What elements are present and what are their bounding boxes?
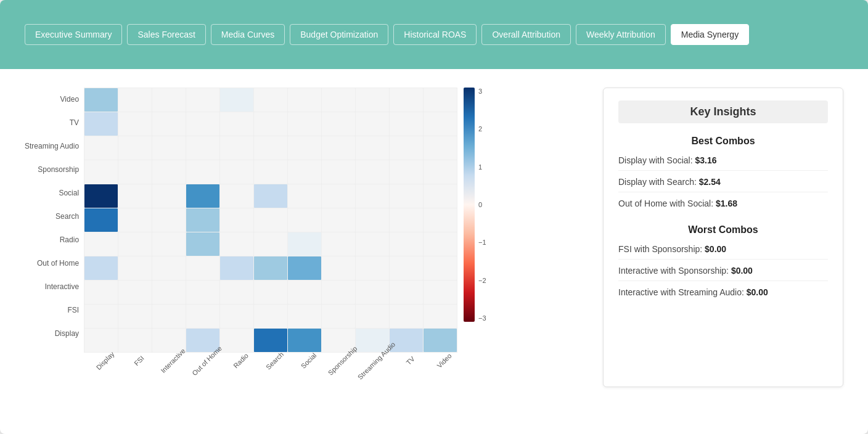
cell-sea-video <box>424 208 457 232</box>
cell-sp-fsi <box>118 160 152 184</box>
cell-sa-fsi <box>118 136 152 160</box>
tab-weekly-attribution[interactable]: Weekly Attribution <box>576 24 666 45</box>
scale-label-1: 1 <box>478 163 486 171</box>
cell-rad-search <box>254 232 287 256</box>
cell-ooh-display <box>84 256 118 280</box>
best-combo-2-value: $2.54 <box>699 177 721 187</box>
cell-int-sponsorship <box>322 280 355 304</box>
worst-combo-1: FSI with Sponsorship: $0.00 <box>618 244 828 260</box>
best-combo-3: Out of Home with Social: $1.68 <box>618 199 828 213</box>
y-label-tv: TV <box>25 111 79 134</box>
cell-int-outofhome <box>186 280 219 304</box>
tab-historical-roas[interactable]: Historical ROAS <box>393 24 477 45</box>
cell-ooh-streaming-audio <box>356 256 389 280</box>
cell-ooh-fsi <box>118 256 152 280</box>
cell-rad-outofhome <box>186 232 219 256</box>
cell-sa-display <box>84 136 118 160</box>
x-axis: Display FSI Interactive Out of Home Radi… <box>84 353 457 387</box>
y-label-search: Search <box>25 205 79 228</box>
cell-sea-social <box>288 208 321 232</box>
cell-rad-fsi <box>118 232 152 256</box>
cell-soc-tv <box>390 184 423 208</box>
tab-overall-attribution[interactable]: Overall Attribution <box>481 24 571 45</box>
cell-tv-social <box>288 112 321 136</box>
tab-sales-forecast[interactable]: Sales Forecast <box>127 24 205 45</box>
cell-soc-sponsorship <box>322 184 355 208</box>
cell-sa-social <box>288 136 321 160</box>
tab-executive-summary[interactable]: Executive Summary <box>25 24 122 45</box>
cell-sea-interactive <box>152 208 186 232</box>
cell-soc-streaming-audio <box>356 184 389 208</box>
cell-rad-tv <box>390 232 423 256</box>
worst-combos-section: Worst Combos FSI with Sponsorship: $0.00… <box>618 224 828 302</box>
cell-sa-radio <box>220 136 253 160</box>
cell-fsi-tv <box>390 305 423 328</box>
cell-rad-display <box>84 232 118 256</box>
y-label-social: Social <box>25 181 79 205</box>
cell-video-sponsorship <box>322 88 355 112</box>
cell-sea-radio <box>220 208 253 232</box>
cell-fsi-video <box>424 305 457 328</box>
y-label-sponsorship: Sponsorship <box>25 158 79 181</box>
cell-ooh-search <box>254 256 287 280</box>
cell-sea-tv <box>390 208 423 232</box>
cell-sp-streaming-audio <box>356 160 389 184</box>
scale-label-neg1: −1 <box>478 239 486 246</box>
cell-tv-radio <box>220 112 253 136</box>
cell-fsi-search <box>254 305 287 328</box>
cell-video-search <box>254 88 287 112</box>
tab-budget-optimization[interactable]: Budget Optimization <box>290 24 388 45</box>
cell-sa-interactive <box>152 136 186 160</box>
y-label-streaming-audio: Streaming Audio <box>25 134 79 158</box>
cell-ooh-outofhome <box>186 256 219 280</box>
worst-combo-1-value: $0.00 <box>705 244 726 254</box>
insights-title: Key Insights <box>618 100 828 123</box>
y-label-fsi: FSI <box>25 298 79 322</box>
cell-sea-search <box>254 208 287 232</box>
y-label-out-of-home: Out of Home <box>25 252 79 275</box>
tab-media-curves[interactable]: Media Curves <box>211 24 285 45</box>
worst-combos-title: Worst Combos <box>618 224 828 235</box>
worst-combo-3: Interactive with Streaming Audio: $0.00 <box>618 287 828 302</box>
cell-fsi-radio <box>220 305 253 328</box>
cell-video-interactive <box>152 88 186 112</box>
cell-int-social <box>288 280 321 304</box>
cell-video-radio <box>220 88 253 112</box>
cell-tv-sponsorship <box>322 112 355 136</box>
scale-label-3: 3 <box>478 88 486 95</box>
cell-soc-radio <box>220 184 253 208</box>
cell-tv-tv <box>390 112 423 136</box>
cell-sp-display <box>84 160 118 184</box>
worst-combo-3-value: $0.00 <box>747 287 768 297</box>
cell-soc-outofhome <box>186 184 219 208</box>
scale-labels: 3 2 1 0 −1 −2 −3 <box>478 88 486 322</box>
cell-int-fsi <box>118 280 152 304</box>
y-label-radio: Radio <box>25 228 79 252</box>
cell-sp-radio <box>220 160 253 184</box>
cell-int-streaming-audio <box>356 280 389 304</box>
y-label-interactive: Interactive <box>25 275 79 298</box>
cell-sp-social <box>288 160 321 184</box>
cell-ooh-radio <box>220 256 253 280</box>
cell-int-radio <box>220 280 253 304</box>
best-combos-section: Best Combos Display with Social: $3.16 D… <box>618 136 828 213</box>
cell-sa-streaming-audio <box>356 136 389 160</box>
cell-soc-display <box>84 184 118 208</box>
cell-soc-fsi <box>118 184 152 208</box>
cell-soc-interactive <box>152 184 186 208</box>
cell-sp-tv <box>390 160 423 184</box>
cell-int-display <box>84 280 118 304</box>
cell-sa-outofhome <box>186 136 219 160</box>
tab-media-synergy[interactable]: Media Synergy <box>671 24 749 45</box>
cell-soc-search <box>254 184 287 208</box>
best-combo-2: Display with Search: $2.54 <box>618 177 828 192</box>
best-combo-1-value: $3.16 <box>695 155 717 165</box>
worst-combo-2: Interactive with Sponsorship: $0.00 <box>618 266 828 281</box>
cell-video-outofhome <box>186 88 219 112</box>
cell-fsi-social <box>288 305 321 328</box>
cell-fsi-fsi <box>118 305 152 328</box>
cell-int-tv <box>390 280 423 304</box>
heatmap-grid-wrapper: Display FSI Interactive Out of Home Radi… <box>84 88 457 387</box>
scale-label-neg2: −2 <box>478 277 486 284</box>
insights-panel: Key Insights Best Combos Display with So… <box>603 88 843 387</box>
